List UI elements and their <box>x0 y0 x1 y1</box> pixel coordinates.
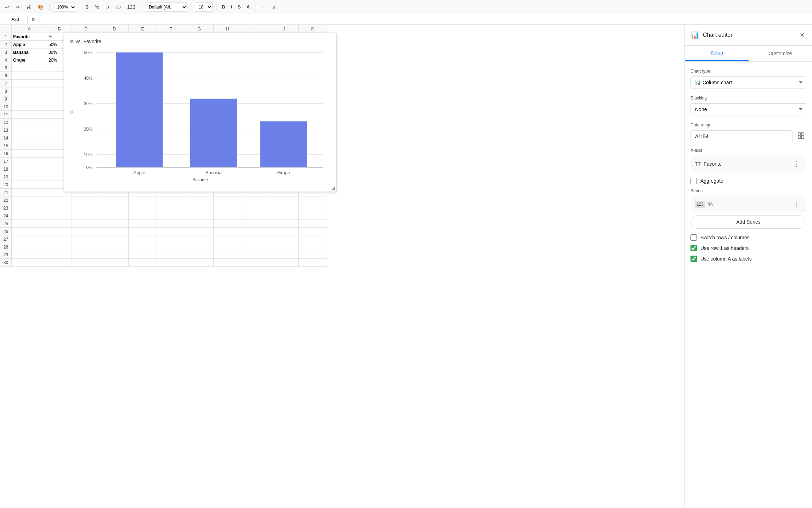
row-header-14[interactable]: 14 <box>0 134 12 142</box>
cell-j22[interactable] <box>270 196 299 204</box>
col-header-c[interactable]: C <box>72 25 100 33</box>
row-header-24[interactable]: 24 <box>0 212 12 220</box>
cell-b30[interactable] <box>47 259 72 267</box>
cell-a10[interactable] <box>12 103 47 111</box>
cell-j24[interactable] <box>270 212 299 220</box>
row-header-8[interactable]: 8 <box>0 87 12 95</box>
cell-b25[interactable] <box>47 220 72 228</box>
cell-f30[interactable] <box>157 259 185 267</box>
cell-j23[interactable] <box>270 204 299 212</box>
cell-b29[interactable] <box>47 251 72 259</box>
cell-j28[interactable] <box>270 243 299 251</box>
redo-button[interactable]: ↪ <box>13 3 22 11</box>
cell-a30[interactable] <box>12 259 47 267</box>
cell-a20[interactable] <box>12 181 47 189</box>
cell-k26[interactable] <box>299 228 327 235</box>
cell-a19[interactable] <box>12 173 47 181</box>
cell-reference-input[interactable] <box>3 16 28 23</box>
print-button[interactable]: 🖨 <box>24 3 33 11</box>
chart-resize-handle[interactable] <box>331 187 335 190</box>
row-header-21[interactable]: 21 <box>0 189 12 196</box>
row-header-5[interactable]: 5 <box>0 64 12 72</box>
cell-a7[interactable] <box>12 80 47 87</box>
add-series-button[interactable]: Add Series <box>690 215 806 229</box>
col-header-d[interactable]: D <box>100 25 129 33</box>
cell-h29[interactable] <box>214 251 242 259</box>
cell-i28[interactable] <box>242 243 270 251</box>
cell-k30[interactable] <box>299 259 327 267</box>
row-header-27[interactable]: 27 <box>0 235 12 243</box>
cell-i30[interactable] <box>242 259 270 267</box>
cell-c23[interactable] <box>72 204 100 212</box>
cell-e28[interactable] <box>129 243 157 251</box>
row-header-19[interactable]: 19 <box>0 173 12 181</box>
cell-b24[interactable] <box>47 212 72 220</box>
cell-a26[interactable] <box>12 228 47 235</box>
cell-i24[interactable] <box>242 212 270 220</box>
cell-a23[interactable] <box>12 204 47 212</box>
data-range-input[interactable] <box>690 130 793 142</box>
cell-b26[interactable] <box>47 228 72 235</box>
decimal-decrease-button[interactable]: .0 <box>103 4 111 11</box>
paint-format-button[interactable]: 🎨 <box>35 3 46 11</box>
row-header-3[interactable]: 3 <box>0 48 12 56</box>
cell-f28[interactable] <box>157 243 185 251</box>
currency-button[interactable]: $ <box>84 3 91 11</box>
use-row-header-checkbox[interactable] <box>690 245 697 251</box>
font-size-select[interactable]: 10 <box>195 2 213 12</box>
row-header-4[interactable]: 4 <box>0 56 12 64</box>
cell-a4[interactable]: Grape <box>12 56 47 64</box>
cell-a8[interactable] <box>12 87 47 95</box>
row-header-9[interactable]: 9 <box>0 95 12 103</box>
cell-c30[interactable] <box>72 259 100 267</box>
row-header-30[interactable]: 30 <box>0 259 12 267</box>
tab-customize[interactable]: Customize <box>749 46 812 61</box>
cell-d28[interactable] <box>100 243 129 251</box>
more-button[interactable]: ⋯ <box>259 3 268 11</box>
row-header-26[interactable]: 26 <box>0 228 12 235</box>
cell-f25[interactable] <box>157 220 185 228</box>
chart-type-select[interactable]: 📊 Column chart <box>690 76 806 89</box>
formula-input[interactable] <box>40 17 809 22</box>
cell-e24[interactable] <box>129 212 157 220</box>
use-column-a-checkbox[interactable] <box>690 256 697 262</box>
cell-j25[interactable] <box>270 220 299 228</box>
cell-a13[interactable] <box>12 126 47 134</box>
cell-k29[interactable] <box>299 251 327 259</box>
cell-e26[interactable] <box>129 228 157 235</box>
percent-button[interactable]: % <box>93 3 101 11</box>
cell-e29[interactable] <box>129 251 157 259</box>
cell-c28[interactable] <box>72 243 100 251</box>
collapse-button[interactable]: ∧ <box>270 3 278 11</box>
cell-a11[interactable] <box>12 111 47 119</box>
cell-g27[interactable] <box>185 235 214 243</box>
italic-button[interactable]: I <box>229 3 234 11</box>
cell-c22[interactable] <box>72 196 100 204</box>
tab-setup[interactable]: Setup <box>685 46 749 61</box>
cell-a24[interactable] <box>12 212 47 220</box>
row-header-7[interactable]: 7 <box>0 80 12 87</box>
col-header-b[interactable]: B <box>47 25 72 33</box>
font-family-select[interactable]: Default (Ari... <box>145 2 187 12</box>
cell-b23[interactable] <box>47 204 72 212</box>
cell-e22[interactable] <box>129 196 157 204</box>
cell-a28[interactable] <box>12 243 47 251</box>
row-header-6[interactable]: 6 <box>0 72 12 80</box>
cell-j30[interactable] <box>270 259 299 267</box>
row-header-1[interactable]: 1 <box>0 33 12 41</box>
col-header-j[interactable]: J <box>270 25 299 33</box>
cell-a9[interactable] <box>12 95 47 103</box>
cell-i27[interactable] <box>242 235 270 243</box>
row-header-20[interactable]: 20 <box>0 181 12 189</box>
row-header-18[interactable]: 18 <box>0 165 12 173</box>
cell-b27[interactable] <box>47 235 72 243</box>
cell-f23[interactable] <box>157 204 185 212</box>
row-header-22[interactable]: 22 <box>0 196 12 204</box>
cell-h22[interactable] <box>214 196 242 204</box>
cell-j26[interactable] <box>270 228 299 235</box>
cell-h26[interactable] <box>214 228 242 235</box>
cell-b28[interactable] <box>47 243 72 251</box>
cell-f29[interactable] <box>157 251 185 259</box>
undo-button[interactable]: ↩ <box>3 3 11 11</box>
cell-g25[interactable] <box>185 220 214 228</box>
